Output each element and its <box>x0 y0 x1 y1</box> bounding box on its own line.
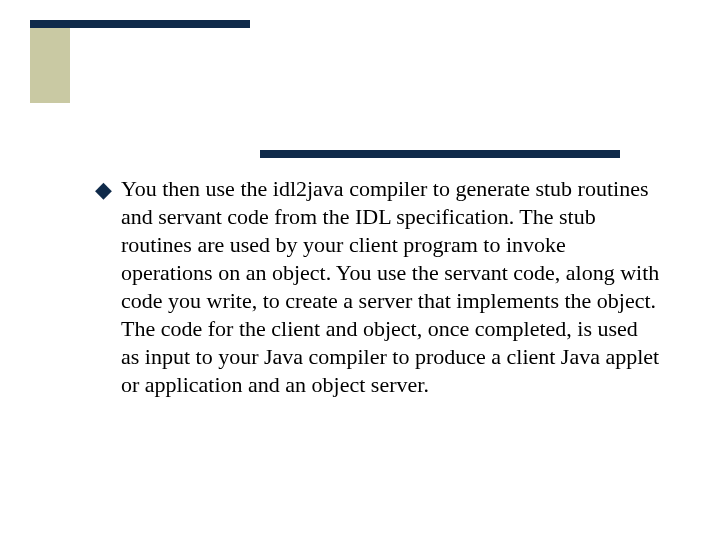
decorative-block <box>30 28 70 103</box>
decorative-bar-top <box>30 20 250 28</box>
bullet-icon: ◆ <box>95 175 121 204</box>
list-item: ◆ You then use the idl2java compiler to … <box>95 175 660 399</box>
decorative-bar-mid <box>260 150 620 158</box>
bullet-text: You then use the idl2java compiler to ge… <box>121 175 660 399</box>
content-area: ◆ You then use the idl2java compiler to … <box>95 175 660 409</box>
slide: ◆ You then use the idl2java compiler to … <box>0 0 720 540</box>
